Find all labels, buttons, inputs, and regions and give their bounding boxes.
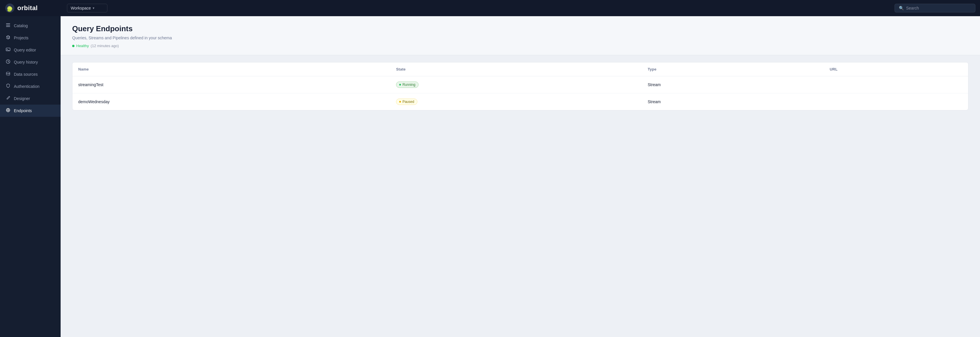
col-state: State [390, 62, 642, 76]
logo-icon [5, 3, 15, 13]
workspace-selector[interactable]: Workspace ▾ [67, 4, 107, 13]
state-badge: Paused [396, 99, 417, 105]
endpoints-table: Name State Type URL streamingTestRunning… [72, 62, 968, 110]
main-layout: Catalog Projects Query editor Query hist… [0, 16, 980, 337]
sidebar-item-designer[interactable]: Designer [0, 93, 60, 105]
sidebar-item-label: Endpoints [14, 109, 32, 113]
cell-url [824, 93, 968, 110]
chevron-down-icon: ▾ [93, 6, 94, 10]
col-url: URL [824, 62, 968, 76]
search-placeholder: Search [906, 6, 919, 10]
sidebar-item-label: Query editor [14, 48, 36, 52]
topbar: orbital Workspace ▾ 🔍 Search [0, 0, 980, 16]
sidebar-item-label: Query history [14, 60, 38, 64]
state-badge-dot [399, 101, 401, 102]
page-subtitle: Queries, Streams and Pipelines defined i… [72, 35, 969, 40]
sidebar-item-label: Authentication [14, 84, 40, 89]
logo-text: orbital [18, 4, 38, 12]
cell-type: Stream [642, 93, 824, 110]
designer-icon [5, 96, 11, 101]
query-history-icon [5, 59, 11, 65]
cell-state: Running [390, 76, 642, 93]
table-container: Name State Type URL streamingTestRunning… [60, 55, 980, 117]
sidebar-item-label: Projects [14, 35, 29, 40]
sidebar-item-label: Data sources [14, 72, 38, 77]
table-header-row: Name State Type URL [72, 62, 968, 76]
table-row[interactable]: streamingTestRunningStream [72, 76, 968, 93]
status-time: (12 minutes ago) [91, 44, 119, 48]
col-name: Name [72, 62, 390, 76]
cell-url [824, 76, 968, 93]
search-icon: 🔍 [899, 6, 904, 10]
sidebar: Catalog Projects Query editor Query hist… [0, 16, 60, 337]
sidebar-item-label: Catalog [14, 23, 28, 28]
svg-rect-2 [6, 25, 10, 26]
page-title: Query Endpoints [72, 24, 969, 33]
svg-point-9 [8, 110, 9, 111]
sidebar-item-endpoints[interactable]: Endpoints [0, 105, 60, 117]
endpoints-icon [5, 108, 11, 113]
logo: orbital [5, 3, 62, 13]
sidebar-item-query-editor[interactable]: Query editor [0, 44, 60, 56]
projects-icon [5, 35, 11, 41]
data-sources-icon [5, 71, 11, 77]
cell-name: streamingTest [72, 76, 390, 93]
sidebar-item-data-sources[interactable]: Data sources [0, 68, 60, 80]
content-area: Query Endpoints Queries, Streams and Pip… [60, 16, 980, 337]
catalog-icon [5, 23, 11, 29]
sidebar-item-query-history[interactable]: Query history [0, 56, 60, 68]
workspace-label: Workspace [71, 6, 91, 10]
cell-type: Stream [642, 76, 824, 93]
status-dot [72, 45, 75, 47]
query-editor-icon [5, 47, 11, 53]
cell-name: demoWednesday [72, 93, 390, 110]
sidebar-item-projects[interactable]: Projects [0, 32, 60, 44]
table-wrapper: Name State Type URL streamingTestRunning… [72, 62, 969, 110]
state-badge-dot [399, 84, 401, 86]
col-type: Type [642, 62, 824, 76]
svg-rect-1 [6, 23, 10, 24]
table-row[interactable]: demoWednesdayPausedStream [72, 93, 968, 110]
sidebar-item-label: Designer [14, 96, 30, 101]
authentication-icon [5, 83, 11, 89]
status-bar: Healthy (12 minutes ago) [72, 44, 969, 48]
sidebar-item-catalog[interactable]: Catalog [0, 20, 60, 32]
sidebar-item-authentication[interactable]: Authentication [0, 80, 60, 93]
svg-rect-3 [6, 26, 10, 27]
page-header: Query Endpoints Queries, Streams and Pip… [60, 16, 980, 55]
search-box[interactable]: 🔍 Search [894, 4, 975, 13]
state-badge: Running [396, 81, 418, 88]
cell-state: Paused [390, 93, 642, 110]
status-label: Healthy [76, 44, 89, 48]
